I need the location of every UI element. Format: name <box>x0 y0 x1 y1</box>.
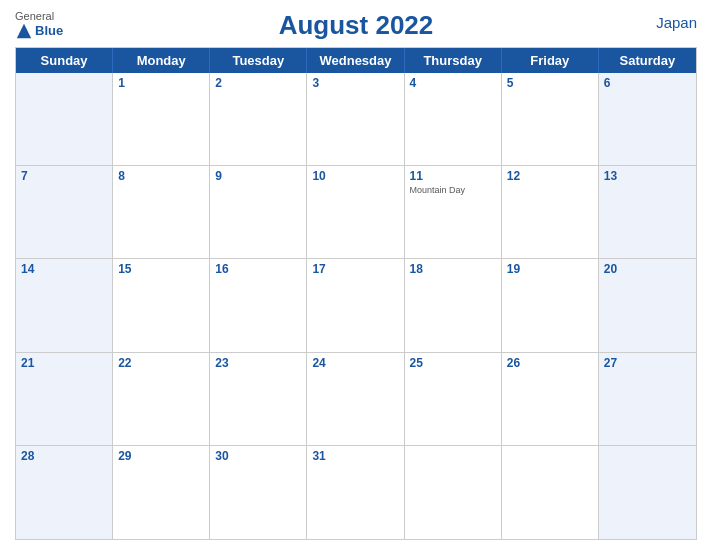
cal-cell: 14 <box>16 259 113 352</box>
day-number: 2 <box>215 76 301 90</box>
cal-cell: 0 <box>599 446 696 539</box>
day-number: 3 <box>312 76 398 90</box>
cal-cell: 16 <box>210 259 307 352</box>
cal-cell: 11Mountain Day <box>405 166 502 259</box>
day-number: 4 <box>410 76 496 90</box>
cal-cell: 25 <box>405 353 502 446</box>
day-number: 0 <box>604 449 691 463</box>
week-row-2: 14151617181920 <box>16 259 696 352</box>
day-number: 13 <box>604 169 691 183</box>
day-number: 5 <box>507 76 593 90</box>
week-row-4: 28293031000 <box>16 446 696 539</box>
day-number: 15 <box>118 262 204 276</box>
day-number: 22 <box>118 356 204 370</box>
day-number: 27 <box>604 356 691 370</box>
day-number: 11 <box>410 169 496 183</box>
page-title: August 2022 <box>279 10 434 41</box>
day-number: 26 <box>507 356 593 370</box>
cal-cell: 7 <box>16 166 113 259</box>
day-number: 19 <box>507 262 593 276</box>
cal-cell: 13 <box>599 166 696 259</box>
day-number: 16 <box>215 262 301 276</box>
day-number: 25 <box>410 356 496 370</box>
header-monday: Monday <box>113 48 210 73</box>
cal-cell: 23 <box>210 353 307 446</box>
header-saturday: Saturday <box>599 48 696 73</box>
cal-cell: 18 <box>405 259 502 352</box>
cal-cell: 19 <box>502 259 599 352</box>
day-number: 10 <box>312 169 398 183</box>
header-thursday: Thursday <box>405 48 502 73</box>
calendar-page: General Blue August 2022 Japan Sunday Mo… <box>0 0 712 550</box>
header-sunday: Sunday <box>16 48 113 73</box>
week-row-1: 7891011Mountain Day1213 <box>16 166 696 259</box>
day-number: 14 <box>21 262 107 276</box>
logo-icon <box>15 22 33 40</box>
day-number: 12 <box>507 169 593 183</box>
day-number: 21 <box>21 356 107 370</box>
cal-cell: 4 <box>405 73 502 166</box>
cal-cell: 5 <box>502 73 599 166</box>
cal-cell: 12 <box>502 166 599 259</box>
day-number: 9 <box>215 169 301 183</box>
cal-cell: 15 <box>113 259 210 352</box>
day-number: 0 <box>21 76 107 90</box>
day-number: 31 <box>312 449 398 463</box>
cal-cell: 8 <box>113 166 210 259</box>
cal-cell: 27 <box>599 353 696 446</box>
cal-cell: 3 <box>307 73 404 166</box>
day-number: 17 <box>312 262 398 276</box>
weekday-header-row: Sunday Monday Tuesday Wednesday Thursday… <box>16 48 696 73</box>
logo: General Blue <box>15 10 63 40</box>
cal-cell: 22 <box>113 353 210 446</box>
header-friday: Friday <box>502 48 599 73</box>
day-number: 8 <box>118 169 204 183</box>
week-row-0: 0123456 <box>16 73 696 166</box>
cal-cell: 0 <box>502 446 599 539</box>
week-row-3: 21222324252627 <box>16 353 696 446</box>
day-number: 29 <box>118 449 204 463</box>
cal-cell: 29 <box>113 446 210 539</box>
day-number: 24 <box>312 356 398 370</box>
header-tuesday: Tuesday <box>210 48 307 73</box>
day-number: 6 <box>604 76 691 90</box>
cal-cell: 17 <box>307 259 404 352</box>
svg-marker-0 <box>17 24 31 38</box>
cal-cell: 21 <box>16 353 113 446</box>
cal-cell: 10 <box>307 166 404 259</box>
day-number: 23 <box>215 356 301 370</box>
calendar-grid: Sunday Monday Tuesday Wednesday Thursday… <box>15 47 697 540</box>
cal-cell: 31 <box>307 446 404 539</box>
cal-cell: 20 <box>599 259 696 352</box>
logo-blue-text: Blue <box>15 22 63 40</box>
cal-cell: 24 <box>307 353 404 446</box>
day-number: 18 <box>410 262 496 276</box>
cal-cell: 0 <box>16 73 113 166</box>
day-number: 28 <box>21 449 107 463</box>
calendar-body: 01234567891011Mountain Day12131415161718… <box>16 73 696 539</box>
calendar-header: General Blue August 2022 Japan <box>15 10 697 41</box>
day-number: 7 <box>21 169 107 183</box>
event-label: Mountain Day <box>410 185 496 197</box>
day-number: 0 <box>507 449 593 463</box>
logo-general-text: General <box>15 10 54 22</box>
day-number: 1 <box>118 76 204 90</box>
day-number: 20 <box>604 262 691 276</box>
cal-cell: 28 <box>16 446 113 539</box>
cal-cell: 30 <box>210 446 307 539</box>
day-number: 0 <box>410 449 496 463</box>
cal-cell: 6 <box>599 73 696 166</box>
cal-cell: 26 <box>502 353 599 446</box>
cal-cell: 1 <box>113 73 210 166</box>
country-label: Japan <box>656 14 697 31</box>
cal-cell: 0 <box>405 446 502 539</box>
header-wednesday: Wednesday <box>307 48 404 73</box>
cal-cell: 9 <box>210 166 307 259</box>
cal-cell: 2 <box>210 73 307 166</box>
day-number: 30 <box>215 449 301 463</box>
